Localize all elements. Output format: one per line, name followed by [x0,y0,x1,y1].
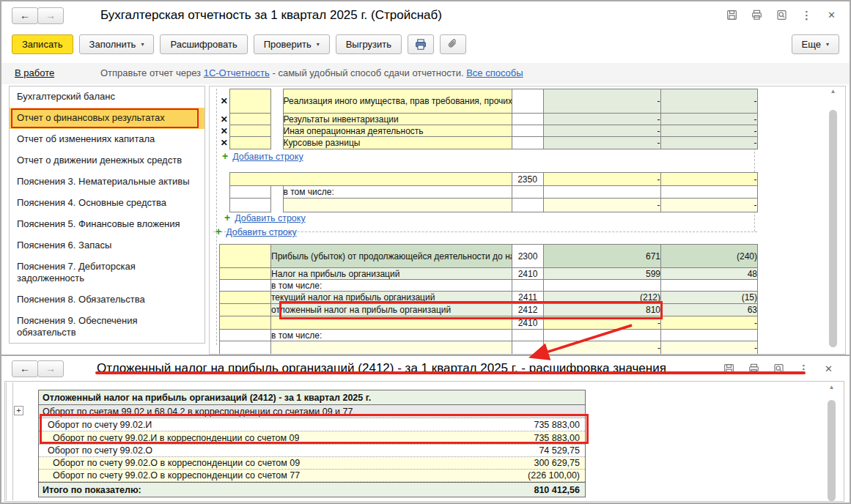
value-cell[interactable]: - [660,173,757,186]
scrollbar-thumb[interactable] [828,400,836,501]
delete-row-icon[interactable]: ✕ [219,137,229,149]
code-cell[interactable]: 2410 [512,316,544,330]
row-label-cell[interactable] [271,316,512,330]
decrypt-button[interactable]: Расшифровать [160,34,247,54]
value-cell[interactable] [544,330,661,341]
lead-cell[interactable] [220,304,271,316]
row-label-cell[interactable] [283,199,512,212]
more-commands-icon[interactable]: ⋮ [797,363,810,375]
decode-table-row[interactable]: Оборот по счетам 99.02 и 68.04.2 в корре… [39,405,585,418]
value-cell[interactable]: - [543,89,660,114]
expander-icon[interactable]: + [14,406,23,415]
row-label-cell[interactable]: Налог на прибыль организаций [271,268,512,280]
sidebar-item[interactable]: Отчет о движении денежных средств [10,150,205,171]
value-cell[interactable]: - [543,199,660,212]
value-cell[interactable]: - [543,173,660,186]
code-cell[interactable]: 2350 [512,173,543,186]
sidebar-item[interactable]: Пояснения 3. Нематериальные активы [10,171,205,193]
code-cell[interactable] [512,186,543,199]
scroll-up-icon[interactable]: ▲ [828,88,839,98]
value-cell[interactable]: 599 [544,268,661,280]
value-cell[interactable] [661,330,758,341]
value-cell[interactable]: - [660,89,757,114]
forward-button[interactable]: → [37,360,64,377]
check-button[interactable]: Проверить ▾ [254,34,330,54]
decode-table-row[interactable]: Оборот по счету 99.02.О в корреспонденци… [39,457,585,470]
lead-cell[interactable] [220,330,271,341]
save-icon[interactable] [723,363,735,375]
code-cell[interactable] [512,199,543,212]
code-cell[interactable]: 2411 [512,292,544,304]
decode-table-row[interactable]: Оборот по счету 99.02.И в корреспонденци… [39,431,585,445]
add-row-link[interactable]: +Добавить строку [224,212,306,223]
sidebar-item[interactable]: Отчет об изменениях капитала [10,129,205,150]
value-cell[interactable]: (240) [661,245,758,268]
back-button[interactable]: ← [12,7,38,24]
input-cell[interactable] [229,89,270,114]
scroll-up-icon[interactable]: ▲ [826,384,837,394]
row-label-cell[interactable]: Результаты инвентаризации [283,114,512,125]
value-cell[interactable]: - [543,137,660,149]
row-label-cell[interactable] [229,173,512,186]
value-cell[interactable] [543,186,660,199]
input-cell[interactable] [229,125,270,137]
sidebar-item[interactable]: Пояснения 6. Запасы [10,235,205,256]
value-cell[interactable]: - [661,316,758,330]
value-cell[interactable] [660,186,757,199]
fill-button[interactable]: Заполнить ▾ [79,34,155,54]
attach-button[interactable] [440,34,466,54]
preview-icon[interactable] [776,9,788,21]
lead-cell[interactable] [220,280,271,292]
value-cell[interactable]: - [544,316,661,330]
lead-cell[interactable] [220,292,271,304]
row-label-cell-2412[interactable]: отложенный налог на прибыль организаций [271,304,512,316]
decode-table-row[interactable]: Итого по показателю:810 412,56 [39,482,585,497]
value-cell[interactable]: - [660,114,757,125]
delete-row-icon[interactable]: ✕ [219,89,229,114]
code-cell[interactable]: 2300 [512,245,544,268]
report-status-link[interactable]: В работе [15,67,54,78]
vertical-scrollbar[interactable]: ▲ [826,384,837,503]
sidebar-item[interactable]: Бухгалтерский баланс [10,86,205,108]
code-cell[interactable] [512,341,544,355]
reporting-service-link[interactable]: 1С-Отчетность [204,67,270,78]
row-label-cell[interactable]: Прибыль (убыток) от продолжающейся деяте… [271,245,512,268]
vertical-scrollbar[interactable]: ▲ [828,88,839,353]
upload-button[interactable]: Выгрузить [336,34,402,54]
row-label-cell[interactable]: Иная операционная деятельность [283,125,512,137]
code-cell[interactable] [512,137,543,149]
value-cell[interactable]: (212) [544,292,661,304]
delete-row-icon[interactable]: ✕ [219,125,229,137]
value-cell[interactable] [544,280,661,292]
input-cell[interactable] [229,186,270,199]
lead-cell[interactable] [220,268,271,280]
save-icon[interactable] [726,9,738,21]
sidebar-item[interactable]: Отчет о финансовых результатах [10,108,205,129]
print-icon[interactable] [748,363,760,375]
value-cell[interactable]: 63 [661,304,758,316]
value-cell[interactable]: - [543,114,660,125]
code-cell[interactable]: 2410 [512,268,544,280]
value-cell[interactable]: 671 [544,245,661,268]
sidebar-item[interactable]: Пояснения 4. Основные средства [10,193,205,214]
value-cell[interactable]: - [544,341,661,355]
value-cell[interactable]: 810 [544,304,661,316]
decode-table-row[interactable]: Оборот по счету 99.02.О74 529,75 [39,445,585,457]
input-cell[interactable] [229,199,270,212]
value-cell[interactable]: (15) [661,292,758,304]
input-cell[interactable] [229,137,270,149]
code-cell[interactable]: 2412 [512,304,544,316]
code-cell[interactable] [512,330,544,341]
forward-button[interactable]: → [37,7,64,24]
row-label-cell[interactable]: Курсовые разницы [283,137,512,149]
add-row-link[interactable]: +Добавить строку [215,226,297,237]
print-icon[interactable] [751,9,763,21]
close-icon[interactable]: ✕ [822,363,835,375]
value-cell[interactable]: - [660,199,757,212]
save-button[interactable]: Записать [12,34,73,54]
sidebar-item[interactable]: Пояснения 7. Дебиторская задолженность [10,256,205,289]
delete-row-icon[interactable]: ✕ [219,114,229,125]
sidebar-item[interactable]: Пояснения 9. Обеспечения обязательств [10,311,205,344]
row-label-cell[interactable]: Реализация иного имущества, прав требова… [283,89,512,114]
preview-icon[interactable] [773,363,785,375]
